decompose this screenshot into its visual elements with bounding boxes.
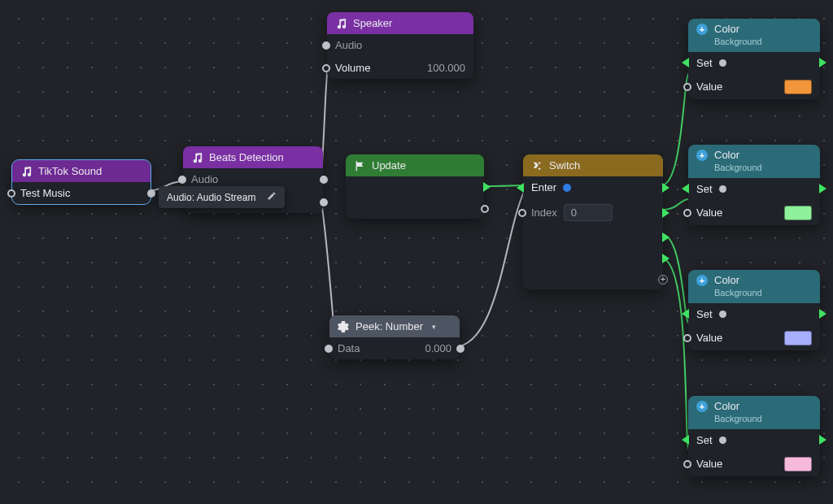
plus-icon: +: [696, 275, 708, 286]
node-header[interactable]: + Color Background: [688, 19, 820, 52]
value-label: Value: [696, 332, 722, 344]
value-row[interactable]: Value: [688, 325, 820, 350]
node-peek-number[interactable]: Peek: Number ▾ Data 0.000: [329, 315, 460, 359]
audio-input-row[interactable]: Audio: [327, 34, 473, 56]
node-title: Color: [714, 24, 762, 36]
input-port[interactable]: [518, 209, 526, 217]
node-header[interactable]: Peek: Number ▾: [329, 315, 460, 337]
trigger-out-row[interactable]: [346, 176, 484, 198]
value-row[interactable]: Value: [688, 200, 820, 225]
blue-dot-indicator: [563, 184, 571, 192]
set-row[interactable]: Set: [688, 303, 820, 325]
trigger-out-port[interactable]: [819, 58, 826, 67]
value-row[interactable]: Value: [688, 451, 820, 476]
node-subtitle: Background: [714, 37, 762, 47]
node-title: Color: [714, 150, 762, 162]
node-color-4[interactable]: + Color Background Set Value: [688, 396, 820, 476]
node-update[interactable]: Update: [346, 154, 484, 219]
switch-icon: [531, 160, 543, 172]
data-out-row[interactable]: [346, 198, 484, 219]
node-header[interactable]: + Color Background: [688, 396, 820, 429]
set-row[interactable]: Set: [688, 429, 820, 451]
node-subtitle: Background: [714, 288, 762, 298]
node-switch[interactable]: Switch Enter Index 0: [523, 154, 663, 289]
node-tiktok-sound[interactable]: TikTok Sound Test Music: [12, 160, 150, 204]
trigger-in-port[interactable]: [517, 183, 524, 193]
node-color-2[interactable]: + Color Background Set Value: [688, 145, 820, 225]
data-row[interactable]: Data 0.000: [329, 337, 460, 359]
index-value[interactable]: 0: [564, 204, 613, 221]
node-speaker[interactable]: Speaker Audio Volume 100.000: [327, 12, 473, 79]
out-row-4[interactable]: [523, 247, 663, 268]
node-header[interactable]: Speaker: [327, 12, 473, 34]
trigger-out-port[interactable]: [662, 208, 669, 218]
trigger-out-port[interactable]: [819, 435, 826, 445]
node-title: Speaker: [353, 17, 392, 29]
volume-label: Volume: [335, 62, 370, 74]
tooltip-text: Audio: Audio Stream: [167, 192, 255, 203]
add-output-row[interactable]: +: [523, 268, 663, 289]
node-color-3[interactable]: + Color Background Set Value: [688, 270, 820, 350]
color-swatch[interactable]: [784, 80, 812, 94]
node-header[interactable]: Beats Detection: [183, 146, 323, 168]
node-title: Peek: Number: [355, 320, 423, 332]
output-row[interactable]: Test Music: [12, 182, 150, 204]
set-row[interactable]: Set: [688, 178, 820, 200]
set-label: Set: [696, 434, 713, 446]
set-label: Set: [696, 57, 713, 69]
music-icon: [335, 18, 347, 29]
node-header[interactable]: + Color Background: [688, 270, 820, 303]
node-graph-canvas[interactable]: TikTok Sound Test Music Audio: Audio Str…: [0, 0, 833, 504]
input-port[interactable]: [325, 345, 333, 353]
value-row[interactable]: Value: [688, 74, 820, 99]
enter-row[interactable]: Enter: [523, 176, 663, 198]
input-port[interactable]: [683, 209, 691, 217]
audio-label: Audio: [335, 39, 362, 51]
out-row-3[interactable]: [523, 226, 663, 247]
edge: [661, 259, 689, 450]
trigger-in-port[interactable]: [682, 309, 689, 319]
node-title: Beats Detection: [209, 151, 284, 163]
trigger-out-port[interactable]: [483, 182, 491, 192]
flag-icon: [354, 160, 365, 172]
node-subtitle: Background: [714, 163, 762, 173]
trigger-out-port[interactable]: [662, 232, 669, 242]
set-row[interactable]: Set: [688, 52, 820, 74]
trigger-in-port[interactable]: [682, 58, 689, 67]
input-port[interactable]: [322, 64, 330, 72]
trigger-out-port[interactable]: [819, 184, 826, 193]
node-header[interactable]: Update: [346, 154, 484, 176]
dot-indicator: [719, 59, 726, 67]
color-swatch[interactable]: [784, 457, 812, 471]
chevron-down-icon[interactable]: ▾: [432, 323, 436, 331]
node-header[interactable]: TikTok Sound: [12, 160, 150, 182]
output-port[interactable]: [320, 198, 328, 206]
trigger-in-port[interactable]: [682, 435, 689, 445]
volume-row[interactable]: Volume 100.000: [327, 56, 473, 79]
enter-label: Enter: [531, 181, 556, 193]
trigger-out-port[interactable]: [662, 254, 669, 263]
color-swatch[interactable]: [784, 206, 812, 220]
output-port[interactable]: [456, 345, 464, 353]
trigger-out-port[interactable]: [819, 309, 826, 319]
add-output-port[interactable]: +: [658, 275, 668, 285]
node-subtitle: Background: [714, 414, 762, 424]
input-port[interactable]: [683, 460, 691, 468]
node-color-1[interactable]: + Color Background Set Value: [688, 19, 820, 99]
color-swatch[interactable]: [784, 331, 812, 345]
node-header[interactable]: Switch: [523, 154, 663, 176]
output-port[interactable]: [320, 176, 328, 184]
input-port[interactable]: [683, 83, 691, 91]
node-header[interactable]: + Color Background: [688, 145, 820, 178]
value-label: Value: [696, 458, 722, 470]
output-port[interactable]: [147, 189, 155, 198]
index-row[interactable]: Index 0: [523, 198, 663, 226]
input-label: Audio: [191, 173, 218, 185]
input-port[interactable]: [178, 176, 186, 184]
input-port[interactable]: [683, 334, 691, 342]
trigger-out-port[interactable]: [662, 183, 669, 193]
input-port[interactable]: [322, 41, 330, 50]
output-port[interactable]: [481, 205, 489, 213]
trigger-in-port[interactable]: [682, 184, 689, 193]
input-port[interactable]: [7, 189, 15, 198]
